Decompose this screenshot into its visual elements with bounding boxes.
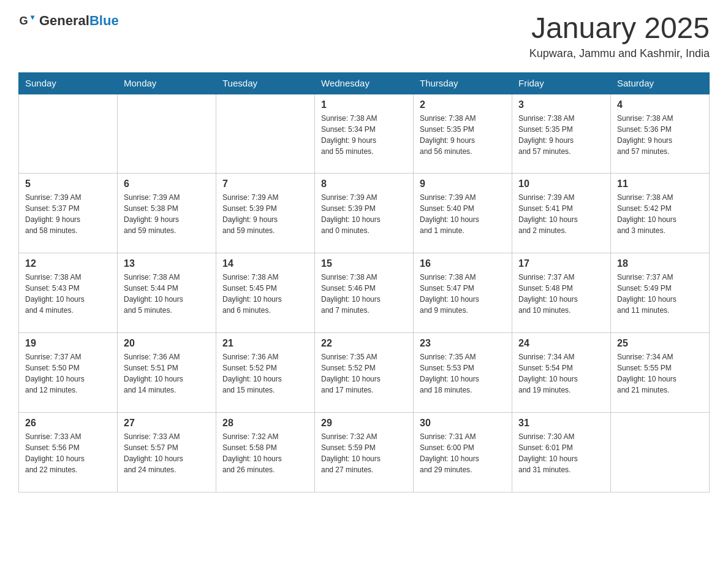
day-number: 23 — [420, 338, 506, 349]
day-number: 26 — [25, 418, 111, 429]
day-info: Sunrise: 7:38 AM Sunset: 5:46 PM Dayligh… — [321, 272, 407, 316]
day-header-friday: Friday — [512, 72, 611, 94]
calendar-cell: 23Sunrise: 7:35 AM Sunset: 5:53 PM Dayli… — [414, 333, 512, 413]
calendar-cell: 19Sunrise: 7:37 AM Sunset: 5:50 PM Dayli… — [19, 333, 118, 413]
day-number: 15 — [321, 258, 407, 269]
week-row-2: 5Sunrise: 7:39 AM Sunset: 5:37 PM Daylig… — [19, 174, 710, 253]
day-number: 27 — [124, 418, 210, 429]
day-number: 16 — [420, 258, 506, 269]
day-header-saturday: Saturday — [611, 72, 710, 94]
day-info: Sunrise: 7:38 AM Sunset: 5:36 PM Dayligh… — [617, 113, 703, 157]
day-info: Sunrise: 7:39 AM Sunset: 5:37 PM Dayligh… — [25, 192, 111, 236]
day-number: 7 — [222, 178, 308, 190]
page-header: G GeneralBlue January 2025 Kupwara, Jamm… — [18, 12, 710, 60]
calendar-cell: 30Sunrise: 7:31 AM Sunset: 6:00 PM Dayli… — [414, 413, 512, 492]
calendar-header: SundayMondayTuesdayWednesdayThursdayFrid… — [19, 72, 710, 94]
svg-marker-1 — [31, 16, 35, 20]
day-number: 1 — [321, 99, 407, 110]
day-info: Sunrise: 7:30 AM Sunset: 6:01 PM Dayligh… — [518, 431, 604, 475]
day-number: 14 — [222, 258, 308, 269]
day-header-tuesday: Tuesday — [216, 72, 315, 94]
calendar-cell: 21Sunrise: 7:36 AM Sunset: 5:52 PM Dayli… — [216, 333, 315, 413]
day-number: 8 — [321, 178, 407, 190]
day-info: Sunrise: 7:39 AM Sunset: 5:39 PM Dayligh… — [222, 192, 308, 236]
calendar-cell: 24Sunrise: 7:34 AM Sunset: 5:54 PM Dayli… — [512, 333, 611, 413]
day-info: Sunrise: 7:38 AM Sunset: 5:44 PM Dayligh… — [124, 272, 210, 316]
day-info: Sunrise: 7:37 AM Sunset: 5:50 PM Dayligh… — [25, 351, 111, 396]
calendar-table: SundayMondayTuesdayWednesdayThursdayFrid… — [18, 72, 710, 493]
day-number: 13 — [124, 258, 210, 269]
day-info: Sunrise: 7:33 AM Sunset: 5:57 PM Dayligh… — [124, 431, 210, 475]
calendar-cell: 16Sunrise: 7:38 AM Sunset: 5:47 PM Dayli… — [414, 253, 512, 333]
day-info: Sunrise: 7:35 AM Sunset: 5:52 PM Dayligh… — [321, 351, 407, 396]
day-info: Sunrise: 7:38 AM Sunset: 5:43 PM Dayligh… — [25, 272, 111, 316]
logo: G GeneralBlue — [18, 12, 119, 29]
calendar-cell: 17Sunrise: 7:37 AM Sunset: 5:48 PM Dayli… — [512, 253, 611, 333]
day-header-monday: Monday — [118, 72, 216, 94]
calendar-body: 1Sunrise: 7:38 AM Sunset: 5:34 PM Daylig… — [19, 94, 710, 492]
calendar-title: January 2025 — [529, 12, 710, 45]
day-number: 24 — [518, 338, 604, 349]
week-row-5: 26Sunrise: 7:33 AM Sunset: 5:56 PM Dayli… — [19, 413, 710, 492]
day-number: 6 — [124, 178, 210, 190]
day-number: 28 — [222, 418, 308, 429]
calendar-cell: 22Sunrise: 7:35 AM Sunset: 5:52 PM Dayli… — [315, 333, 414, 413]
calendar-cell: 14Sunrise: 7:38 AM Sunset: 5:45 PM Dayli… — [216, 253, 315, 333]
calendar-cell: 9Sunrise: 7:39 AM Sunset: 5:40 PM Daylig… — [414, 174, 512, 253]
day-info: Sunrise: 7:33 AM Sunset: 5:56 PM Dayligh… — [25, 431, 111, 475]
title-section: January 2025 Kupwara, Jammu and Kashmir,… — [529, 12, 710, 60]
calendar-cell: 4Sunrise: 7:38 AM Sunset: 5:36 PM Daylig… — [611, 94, 710, 174]
calendar-cell: 11Sunrise: 7:38 AM Sunset: 5:42 PM Dayli… — [611, 174, 710, 253]
calendar-cell: 7Sunrise: 7:39 AM Sunset: 5:39 PM Daylig… — [216, 174, 315, 253]
day-number: 10 — [518, 178, 604, 190]
day-number: 12 — [25, 258, 111, 269]
day-info: Sunrise: 7:34 AM Sunset: 5:54 PM Dayligh… — [518, 351, 604, 396]
calendar-cell: 10Sunrise: 7:39 AM Sunset: 5:41 PM Dayli… — [512, 174, 611, 253]
calendar-cell: 26Sunrise: 7:33 AM Sunset: 5:56 PM Dayli… — [19, 413, 118, 492]
day-number: 3 — [518, 99, 604, 110]
day-info: Sunrise: 7:37 AM Sunset: 5:49 PM Dayligh… — [617, 272, 703, 316]
day-info: Sunrise: 7:38 AM Sunset: 5:34 PM Dayligh… — [321, 113, 407, 157]
calendar-cell: 13Sunrise: 7:38 AM Sunset: 5:44 PM Dayli… — [118, 253, 216, 333]
day-number: 2 — [420, 99, 506, 110]
calendar-cell: 12Sunrise: 7:38 AM Sunset: 5:43 PM Dayli… — [19, 253, 118, 333]
day-header-wednesday: Wednesday — [315, 72, 414, 94]
calendar-cell: 15Sunrise: 7:38 AM Sunset: 5:46 PM Dayli… — [315, 253, 414, 333]
day-number: 20 — [124, 338, 210, 349]
day-number: 5 — [25, 178, 111, 190]
day-info: Sunrise: 7:38 AM Sunset: 5:35 PM Dayligh… — [420, 113, 506, 157]
calendar-cell: 1Sunrise: 7:38 AM Sunset: 5:34 PM Daylig… — [315, 94, 414, 174]
day-info: Sunrise: 7:38 AM Sunset: 5:45 PM Dayligh… — [222, 272, 308, 316]
day-number: 18 — [617, 258, 703, 269]
calendar-cell — [216, 94, 315, 174]
day-info: Sunrise: 7:31 AM Sunset: 6:00 PM Dayligh… — [420, 431, 506, 475]
calendar-cell: 5Sunrise: 7:39 AM Sunset: 5:37 PM Daylig… — [19, 174, 118, 253]
day-number: 30 — [420, 418, 506, 429]
day-number: 11 — [617, 178, 703, 190]
calendar-subtitle: Kupwara, Jammu and Kashmir, India — [529, 47, 710, 60]
day-info: Sunrise: 7:32 AM Sunset: 5:58 PM Dayligh… — [222, 431, 308, 475]
days-of-week-row: SundayMondayTuesdayWednesdayThursdayFrid… — [19, 72, 710, 94]
day-info: Sunrise: 7:34 AM Sunset: 5:55 PM Dayligh… — [617, 351, 703, 396]
day-info: Sunrise: 7:35 AM Sunset: 5:53 PM Dayligh… — [420, 351, 506, 396]
calendar-cell: 27Sunrise: 7:33 AM Sunset: 5:57 PM Dayli… — [118, 413, 216, 492]
logo-icon: G — [18, 12, 36, 29]
logo-general: General — [39, 13, 89, 28]
day-number: 17 — [518, 258, 604, 269]
calendar-cell: 8Sunrise: 7:39 AM Sunset: 5:39 PM Daylig… — [315, 174, 414, 253]
calendar-cell: 3Sunrise: 7:38 AM Sunset: 5:35 PM Daylig… — [512, 94, 611, 174]
calendar-cell: 6Sunrise: 7:39 AM Sunset: 5:38 PM Daylig… — [118, 174, 216, 253]
day-number: 29 — [321, 418, 407, 429]
day-number: 19 — [25, 338, 111, 349]
week-row-1: 1Sunrise: 7:38 AM Sunset: 5:34 PM Daylig… — [19, 94, 710, 174]
calendar-cell: 31Sunrise: 7:30 AM Sunset: 6:01 PM Dayli… — [512, 413, 611, 492]
day-number: 25 — [617, 338, 703, 349]
day-info: Sunrise: 7:39 AM Sunset: 5:38 PM Dayligh… — [124, 192, 210, 236]
day-info: Sunrise: 7:36 AM Sunset: 5:51 PM Dayligh… — [124, 351, 210, 396]
day-info: Sunrise: 7:38 AM Sunset: 5:47 PM Dayligh… — [420, 272, 506, 316]
day-info: Sunrise: 7:38 AM Sunset: 5:35 PM Dayligh… — [518, 113, 604, 157]
day-number: 31 — [518, 418, 604, 429]
logo-blue: Blue — [89, 13, 119, 28]
calendar-cell: 20Sunrise: 7:36 AM Sunset: 5:51 PM Dayli… — [118, 333, 216, 413]
day-info: Sunrise: 7:39 AM Sunset: 5:40 PM Dayligh… — [420, 192, 506, 236]
